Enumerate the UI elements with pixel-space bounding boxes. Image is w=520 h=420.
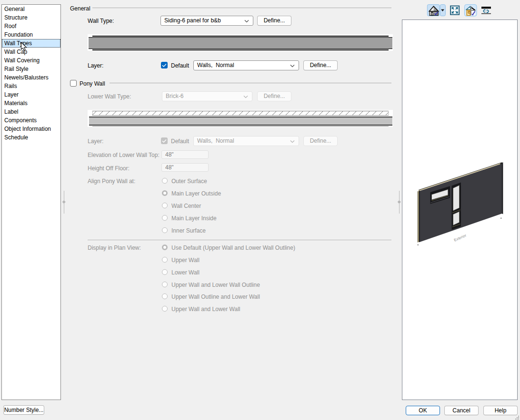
svg-text:Exterior: Exterior	[453, 233, 467, 243]
